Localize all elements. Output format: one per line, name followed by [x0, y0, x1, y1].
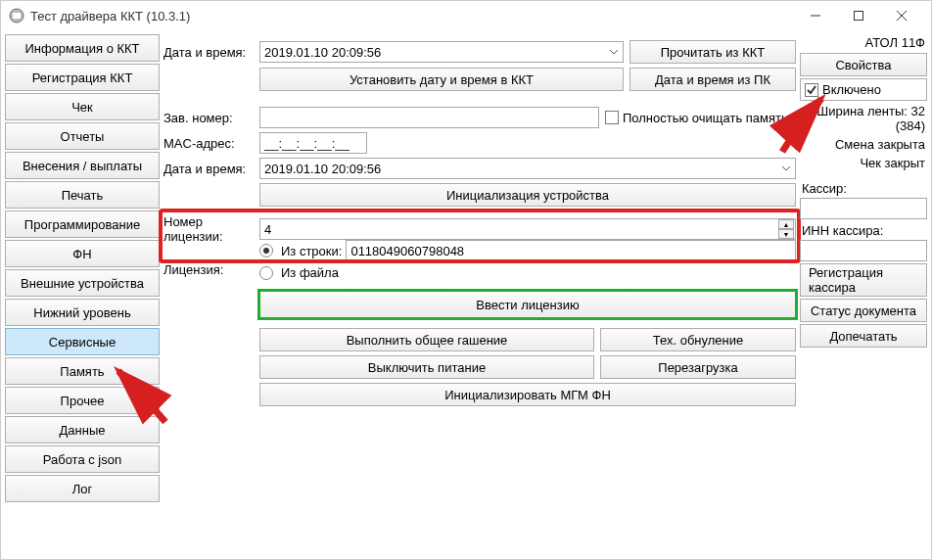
sidebar-item-11[interactable]: Память	[5, 357, 160, 385]
sidebar-item-0[interactable]: Информация о ККТ	[5, 34, 160, 62]
chevron-down-icon	[781, 162, 791, 176]
read-from-kkt-button[interactable]: Прочитать из ККТ	[629, 40, 796, 64]
serial-label: Зав. номер:	[163, 111, 254, 125]
tech-reset-button[interactable]: Тех. обнуление	[600, 328, 796, 351]
sidebar-item-5[interactable]: Печать	[5, 181, 160, 209]
device-model-label: АТОЛ 11Ф	[800, 34, 927, 51]
enabled-check-icon	[805, 83, 818, 97]
sidebar-item-8[interactable]: Внешние устройства	[5, 269, 160, 297]
enabled-checkbox[interactable]: Включено	[800, 78, 927, 101]
datetime-label: Дата и время:	[163, 45, 254, 60]
erase-all-button[interactable]: Выполнить общее гашение	[259, 328, 594, 351]
license-from-file-radio[interactable]	[259, 266, 273, 280]
doc-status-button[interactable]: Статус документа	[800, 299, 927, 322]
license-no-input[interactable]: 4 ▲ ▼	[259, 218, 796, 240]
right-panel: АТОЛ 11Ф Свойства Включено Ширина ленты:…	[800, 34, 927, 555]
license-label: Лицензия:	[163, 240, 254, 277]
cashier-label: Кассир:	[800, 179, 927, 196]
serial-input[interactable]	[259, 107, 599, 128]
spinner-up-icon[interactable]: ▲	[778, 219, 794, 229]
properties-button[interactable]: Свойства	[800, 53, 927, 76]
check-closed-label: Чек закрыт	[800, 155, 927, 171]
init-mgm-button[interactable]: Инициализировать МГМ ФН	[259, 383, 796, 406]
datetime2-label: Дата и время:	[163, 162, 254, 176]
sidebar-item-4[interactable]: Внесения / выплаты	[5, 152, 160, 179]
datetime-value: 2019.01.10 20:09:56	[264, 45, 381, 60]
datetime-combo[interactable]: 2019.01.10 20:09:56	[259, 41, 624, 63]
sidebar-item-15[interactable]: Лог	[5, 475, 160, 502]
enter-license-button[interactable]: Ввести лицензию	[259, 291, 796, 318]
sidebar-item-13[interactable]: Данные	[5, 416, 160, 443]
set-datetime-kkt-button[interactable]: Установить дату и время в ККТ	[259, 68, 624, 91]
sidebar-item-10[interactable]: Сервисные	[5, 328, 160, 355]
app-icon	[9, 8, 24, 23]
chevron-down-icon	[609, 45, 619, 60]
datetime-from-pc-button[interactable]: Дата и время из ПК	[629, 68, 796, 91]
reprint-button[interactable]: Допечатать	[800, 324, 927, 348]
sidebar-item-6[interactable]: Программирование	[5, 210, 160, 238]
datetime2-combo[interactable]: 2019.01.10 20:09:56	[259, 158, 796, 179]
reboot-button[interactable]: Перезагрузка	[600, 355, 796, 379]
spinner-down-icon[interactable]: ▼	[778, 229, 794, 239]
title-bar: Тест драйвера ККТ (10.3.1)	[1, 1, 931, 30]
init-device-button[interactable]: Инициализация устройства	[259, 183, 796, 207]
tape-width-label: Ширина ленты: 32 (384)	[800, 103, 927, 134]
close-button[interactable]	[880, 1, 923, 30]
sidebar-item-1[interactable]: Регистрация ККТ	[5, 64, 160, 91]
clear-memory-checkbox[interactable]: Полностью очищать память	[605, 111, 796, 125]
sidebar-item-12[interactable]: Прочее	[5, 387, 160, 414]
license-from-string-label: Из строки:	[281, 244, 342, 258]
power-off-button[interactable]: Выключить питание	[259, 355, 594, 379]
svg-rect-1	[13, 13, 21, 19]
cashier-inn-input[interactable]	[800, 240, 927, 261]
window-title: Тест драйвера ККТ (10.3.1)	[30, 9, 794, 23]
sidebar-item-2[interactable]: Чек	[5, 93, 160, 120]
sidebar-item-3[interactable]: Отчеты	[5, 122, 160, 150]
mac-label: MAC-адрес:	[163, 136, 254, 151]
svg-rect-3	[855, 12, 863, 21]
cashier-inn-label: ИНН кассира:	[800, 221, 927, 238]
clear-memory-check-icon	[605, 111, 619, 124]
license-from-file-label: Из файла	[281, 265, 339, 280]
sidebar-item-9[interactable]: Нижний уровень	[5, 299, 160, 326]
main-panel: Дата и время: 2019.01.10 20:09:56 Прочит…	[163, 34, 796, 555]
sidebar-item-14[interactable]: Работа с json	[5, 445, 160, 473]
minimize-button[interactable]	[794, 1, 837, 30]
maximize-button[interactable]	[837, 1, 880, 30]
sidebar-item-7[interactable]: ФН	[5, 240, 160, 267]
enabled-label: Включено	[822, 82, 881, 97]
clear-memory-label: Полностью очищать память	[623, 111, 788, 125]
license-from-string-radio[interactable]	[259, 244, 273, 257]
sidebar: Информация о ККТРегистрация ККТЧекОтчеты…	[5, 34, 160, 555]
register-cashier-button[interactable]: Регистрация кассира	[800, 263, 927, 297]
mac-input[interactable]: __:__:__:__:__	[259, 132, 367, 154]
cashier-input[interactable]	[800, 198, 927, 219]
shift-closed-label: Смена закрыта	[800, 136, 927, 153]
license-string-input[interactable]: 0118049060798048	[346, 240, 796, 261]
app-window: Тест драйвера ККТ (10.3.1) Информация о …	[0, 0, 932, 560]
